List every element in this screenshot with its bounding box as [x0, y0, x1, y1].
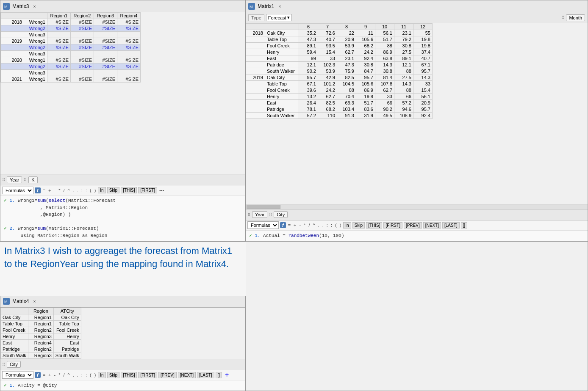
m4-tag-skip[interactable]: Skip [107, 372, 119, 378]
m1-val-5: 66 [394, 94, 413, 100]
m1-year [246, 55, 265, 62]
m1-val-1: 15.4 [318, 49, 337, 55]
m4-dot2[interactable]: . [76, 372, 79, 377]
matrix3-formula-bar: Formulas f = + - * / ^ . . : : ( ) In Sk… [0, 185, 245, 195]
m1-tag-bracket[interactable]: [] [461, 222, 468, 229]
m3-val-2: #SIZE [94, 57, 117, 63]
m4-op-pow[interactable]: ^ [67, 372, 71, 377]
matrix1-scrollbar-h[interactable] [246, 204, 588, 209]
matrix4-formulas-dropdown[interactable]: Formulas [2, 371, 33, 379]
m1-val-2: 62.7 [337, 49, 356, 55]
matrix3-lparen[interactable]: ( [89, 188, 92, 193]
matrix3-colon2[interactable]: : [85, 188, 88, 193]
matrix1-f-btn[interactable]: f [280, 222, 286, 228]
matrix1-formulas-dropdown[interactable]: Formulas [247, 221, 279, 229]
m1-op-div[interactable]: / [308, 223, 311, 228]
m3-val-1 [71, 51, 94, 57]
m1-tag-in[interactable]: In [343, 222, 351, 229]
m4-atcity: Table Top [53, 320, 81, 327]
matrix4-f-btn[interactable]: f [35, 372, 41, 378]
matrix3-k-btn[interactable]: K [28, 176, 37, 183]
m1-dot1[interactable]: . [317, 223, 320, 228]
m4-rparen[interactable]: ) [94, 372, 97, 377]
matrix3-tag-this[interactable]: [THIS] [121, 187, 137, 193]
m1-val-5: 27.5 [394, 49, 413, 55]
m1-lparen[interactable]: ( [334, 223, 338, 228]
m1-op-pow[interactable]: ^ [312, 223, 316, 228]
matrix1-forecast-dropdown[interactable]: Forecast ▾ [266, 14, 292, 21]
matrix3-op-eq[interactable]: = [42, 188, 46, 193]
m4-lparen[interactable]: ( [89, 372, 92, 377]
m1-tag-next[interactable]: [NEXT] [423, 222, 441, 229]
matrix3-more[interactable]: ••• [158, 188, 165, 193]
matrix1-icon: M [248, 3, 255, 10]
m3-val-2: #SIZE [94, 25, 117, 32]
matrix3-rparen[interactable]: ) [94, 188, 97, 193]
m1-val-1: 93.5 [318, 43, 337, 49]
m4-op-plus[interactable]: + [47, 372, 52, 377]
matrix3-dot2[interactable]: . [76, 188, 79, 193]
matrix3-year-btn[interactable]: Year [7, 176, 22, 183]
m4-dot1[interactable]: . [72, 372, 75, 377]
matrix1-table-wrap[interactable]: 6 7 8 9 10 11 12 2018 Oak City 35.272. [246, 23, 588, 204]
matrix3-col-region3: Region3 [94, 13, 117, 19]
m1-rparen[interactable]: ) [339, 223, 342, 228]
m1-tag-last[interactable]: [LAST] [442, 222, 460, 229]
m1-tag-prev[interactable]: [PREV] [404, 222, 422, 229]
m4-op-div[interactable]: / [63, 372, 66, 377]
matrix4-table-wrap[interactable]: Region ATCity Oak City Region1 Oak City … [0, 308, 245, 359]
m1-colon2[interactable]: : [330, 223, 333, 228]
matrix3-tag-in[interactable]: In [98, 187, 105, 193]
m1-dot2[interactable]: . [322, 223, 325, 228]
m1-op-mul[interactable]: * [303, 223, 306, 228]
m1-op-eq[interactable]: = [287, 223, 291, 228]
matrix1-city-btn[interactable]: City [274, 211, 288, 218]
m1-val-2: 103.4 [337, 106, 356, 113]
matrix1-close[interactable]: × [278, 4, 281, 9]
m1-val-5: 79.2 [394, 36, 413, 43]
m4-op-minus[interactable]: - [53, 372, 57, 377]
bottom-row: In Matrix3 I wish to aggreaget the forec… [0, 241, 588, 391]
matrix3-op-pow[interactable]: ^ [67, 188, 71, 193]
m4-tag-first[interactable]: [FIRST] [138, 372, 157, 378]
m4-tag-next[interactable]: [NEXT] [178, 372, 196, 378]
m4-tag-last[interactable]: [LAST] [197, 372, 214, 378]
m1-city: Henry [265, 49, 299, 55]
m4-tag-bracket[interactable]: [] [216, 372, 222, 378]
matrix3-op-mul[interactable]: * [58, 188, 61, 193]
m4-op-mul[interactable]: * [58, 372, 61, 377]
m4-tag-in[interactable]: In [98, 372, 105, 378]
matrix3-op-div[interactable]: / [63, 188, 66, 193]
matrix3-op-plus[interactable]: + [47, 188, 52, 193]
m1-tag-this[interactable]: [THIS] [366, 222, 382, 229]
m1-val-4: 62.7 [375, 87, 394, 94]
matrix3-tag-first[interactable]: [FIRST] [138, 187, 157, 193]
matrix3-formulas-dropdown[interactable]: Formulas [2, 187, 33, 194]
m1-col-year [246, 24, 265, 30]
matrix1-year-btn[interactable]: Year [252, 211, 267, 218]
m1-val-4: 88 [375, 43, 394, 49]
matrix3-dot1[interactable]: . [72, 188, 75, 193]
matrix3-close[interactable]: × [33, 4, 36, 9]
m4-tag-this[interactable]: [THIS] [121, 372, 137, 378]
matrix4-close[interactable]: × [33, 299, 36, 304]
m4-colon2[interactable]: : [85, 372, 88, 377]
matrix3-table-area[interactable]: Region1 Region2 Region3 Region4 2018 Wro… [0, 12, 245, 174]
m1-tag-skip[interactable]: Skip [352, 222, 365, 229]
matrix3-f-btn[interactable]: f [35, 187, 41, 193]
m4-colon1[interactable]: : [80, 372, 83, 377]
m3-val-0: #SIZE [47, 76, 71, 83]
matrix1-month-btn[interactable]: Month [566, 14, 585, 21]
m1-colon1[interactable]: : [326, 223, 329, 228]
m4-tag-prev[interactable]: [PREV] [158, 372, 177, 378]
m1-op-plus[interactable]: + [293, 223, 297, 228]
matrix3-tag-skip[interactable]: Skip [107, 187, 119, 193]
matrix4-city-btn[interactable]: City [7, 361, 21, 368]
matrix4-icon: M [3, 298, 10, 305]
matrix3-colon1[interactable]: : [80, 188, 83, 193]
m1-op-minus[interactable]: - [299, 223, 302, 228]
matrix3-op-minus[interactable]: - [53, 188, 57, 193]
m4-col-city [1, 308, 28, 314]
m1-tag-first[interactable]: [FIRST] [383, 222, 402, 229]
m4-op-eq[interactable]: = [42, 372, 46, 377]
